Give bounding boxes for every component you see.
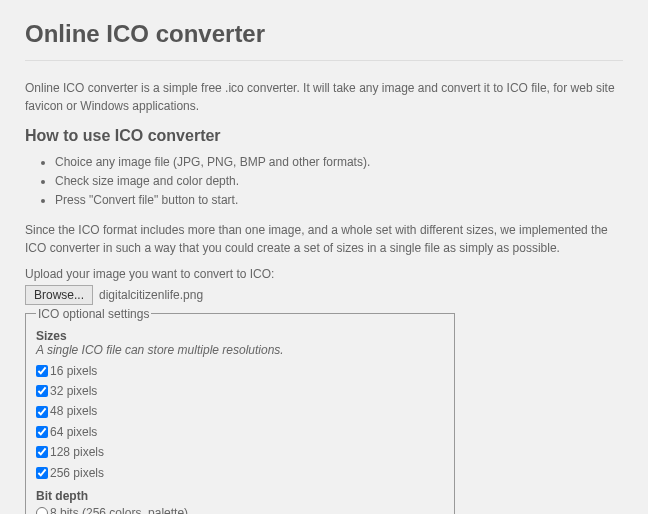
bitdepth-8-radio[interactable] bbox=[36, 507, 48, 514]
size-label: 256 pixels bbox=[50, 463, 104, 483]
intro-text: Online ICO converter is a simple free .i… bbox=[25, 79, 623, 115]
browse-button[interactable]: Browse... bbox=[25, 285, 93, 305]
selected-filename: digitalcitizenlife.png bbox=[99, 288, 203, 302]
size-48-checkbox[interactable] bbox=[36, 406, 48, 418]
divider bbox=[25, 60, 623, 61]
sizes-heading: Sizes bbox=[36, 329, 444, 343]
ico-settings-fieldset: ICO optional settings Sizes A single ICO… bbox=[25, 307, 455, 514]
size-128-checkbox[interactable] bbox=[36, 446, 48, 458]
sizes-note: A single ICO file can store multiple res… bbox=[36, 343, 444, 357]
bitdepth-label: 8 bits (256 colors, palette) bbox=[50, 503, 188, 514]
upload-label: Upload your image you want to convert to… bbox=[25, 267, 623, 281]
fieldset-legend: ICO optional settings bbox=[36, 307, 151, 321]
steps-list: Choice any image file (JPG, PNG, BMP and… bbox=[25, 153, 623, 211]
size-label: 64 pixels bbox=[50, 422, 97, 442]
size-64-checkbox[interactable] bbox=[36, 426, 48, 438]
bitdepth-heading: Bit depth bbox=[36, 489, 444, 503]
step-item: Choice any image file (JPG, PNG, BMP and… bbox=[55, 153, 623, 172]
size-label: 128 pixels bbox=[50, 442, 104, 462]
step-item: Check size image and color depth. bbox=[55, 172, 623, 191]
size-label: 16 pixels bbox=[50, 361, 97, 381]
size-256-checkbox[interactable] bbox=[36, 467, 48, 479]
size-label: 32 pixels bbox=[50, 381, 97, 401]
step-item: Press "Convert file" button to start. bbox=[55, 191, 623, 210]
size-16-checkbox[interactable] bbox=[36, 365, 48, 377]
size-label: 48 pixels bbox=[50, 401, 97, 421]
howto-heading: How to use ICO converter bbox=[25, 127, 623, 145]
description-text: Since the ICO format includes more than … bbox=[25, 221, 623, 257]
page-title: Online ICO converter bbox=[25, 20, 623, 48]
size-32-checkbox[interactable] bbox=[36, 385, 48, 397]
